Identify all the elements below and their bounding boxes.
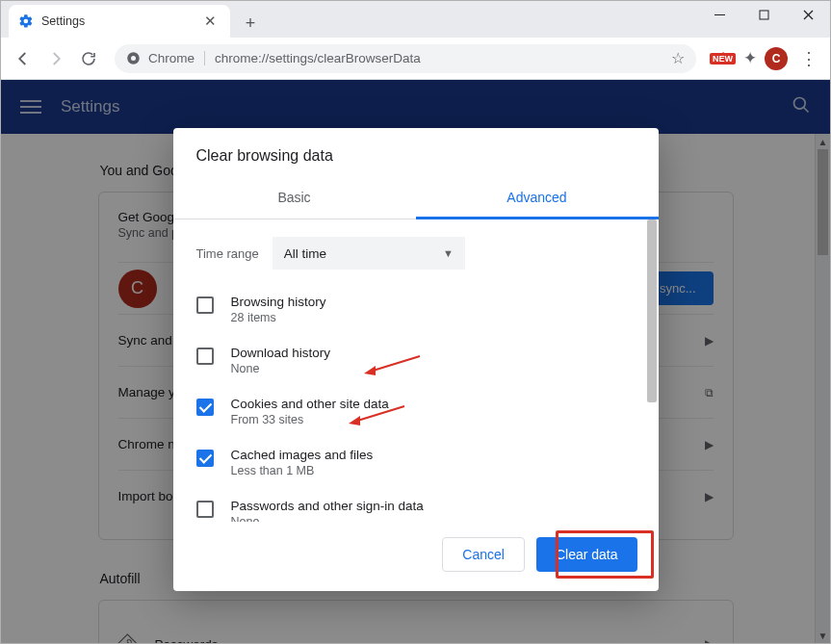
option-label: Passwords and other sign-in data bbox=[231, 499, 424, 513]
option-subtext: Less than 1 MB bbox=[231, 464, 374, 477]
browser-tab[interactable]: Settings ✕ bbox=[9, 5, 230, 38]
clear-data-button[interactable]: Clear data bbox=[536, 537, 637, 572]
clear-browsing-data-dialog: Clear browsing data Basic Advanced Time … bbox=[173, 128, 659, 591]
window-maximize-button[interactable] bbox=[741, 1, 786, 28]
chrome-icon bbox=[126, 51, 141, 65]
url-text: chrome://settings/clearBrowserData bbox=[215, 51, 662, 65]
cancel-button[interactable]: Cancel bbox=[442, 537, 525, 572]
option-label: Browsing history bbox=[231, 295, 326, 309]
reload-button[interactable] bbox=[74, 44, 103, 73]
option-subtext: 28 items bbox=[231, 311, 326, 324]
svg-rect-1 bbox=[760, 11, 768, 19]
new-tab-button[interactable]: + bbox=[236, 9, 265, 38]
address-bar[interactable]: Chrome chrome://settings/clearBrowserDat… bbox=[115, 44, 696, 73]
time-range-value: All time bbox=[284, 246, 326, 261]
tab-advanced[interactable]: Advanced bbox=[416, 180, 659, 219]
tab-basic[interactable]: Basic bbox=[173, 180, 416, 219]
option-subtext: From 33 sites bbox=[231, 413, 389, 426]
window-close-button[interactable] bbox=[786, 1, 830, 28]
settings-gear-icon bbox=[18, 13, 34, 29]
option-subtext: None bbox=[231, 515, 424, 522]
checkbox[interactable] bbox=[196, 501, 214, 518]
checkbox[interactable] bbox=[196, 450, 214, 467]
origin-chip: Chrome bbox=[126, 51, 205, 65]
clear-option-row[interactable]: Cached images and filesLess than 1 MB bbox=[196, 440, 636, 491]
close-tab-icon[interactable]: ✕ bbox=[200, 13, 221, 30]
window-minimize-button[interactable] bbox=[697, 1, 741, 28]
new-extension-badge[interactable]: NEW bbox=[710, 53, 736, 64]
window-controls bbox=[697, 1, 830, 28]
browser-toolbar: Chrome chrome://settings/clearBrowserDat… bbox=[1, 38, 830, 80]
option-label: Cookies and other site data bbox=[231, 397, 389, 411]
dialog-scrollbar-thumb[interactable] bbox=[647, 219, 657, 402]
tab-title: Settings bbox=[41, 14, 200, 28]
browser-menu-button[interactable]: ⋮ bbox=[795, 48, 822, 69]
window-titlebar: Settings ✕ + bbox=[1, 1, 830, 38]
checkbox[interactable] bbox=[196, 348, 214, 365]
profile-avatar[interactable]: C bbox=[765, 47, 788, 70]
dialog-scrollbar[interactable] bbox=[645, 219, 659, 522]
clear-option-row[interactable]: Passwords and other sign-in dataNone bbox=[196, 491, 636, 522]
forward-button[interactable] bbox=[41, 44, 70, 73]
back-button[interactable] bbox=[9, 44, 38, 73]
svg-point-5 bbox=[131, 56, 136, 61]
dialog-tabs: Basic Advanced bbox=[173, 180, 659, 219]
clear-option-row[interactable]: Browsing history28 items bbox=[196, 287, 636, 338]
dropdown-arrow-icon: ▼ bbox=[443, 247, 454, 259]
extensions-puzzle-icon[interactable]: ✦ bbox=[743, 48, 757, 68]
dialog-title: Clear browsing data bbox=[173, 128, 659, 180]
bookmark-star-icon[interactable]: ☆ bbox=[671, 49, 685, 67]
checkbox[interactable] bbox=[196, 399, 214, 416]
clear-option-row[interactable]: Cookies and other site dataFrom 33 sites bbox=[196, 389, 636, 440]
option-label: Download history bbox=[231, 346, 331, 360]
clear-option-row[interactable]: Download historyNone bbox=[196, 338, 636, 389]
option-label: Cached images and files bbox=[231, 448, 374, 462]
time-range-select[interactable]: All time ▼ bbox=[273, 237, 465, 270]
checkbox[interactable] bbox=[196, 296, 214, 314]
option-subtext: None bbox=[231, 362, 331, 375]
time-range-label: Time range bbox=[196, 246, 259, 261]
origin-label: Chrome bbox=[148, 51, 205, 65]
modal-overlay: Clear browsing data Basic Advanced Time … bbox=[1, 80, 830, 643]
